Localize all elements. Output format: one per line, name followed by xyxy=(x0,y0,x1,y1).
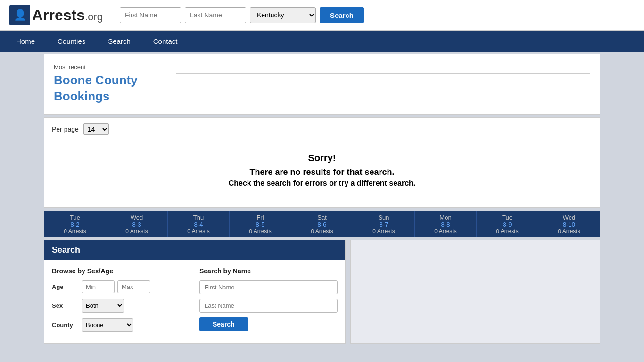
county-row: County Boone xyxy=(52,318,190,332)
browse-title: Browse by Sex/Age xyxy=(52,267,190,275)
browse-col: Browse by Sex/Age Age Sex Both xyxy=(52,267,190,336)
date-link[interactable]: 8-4 xyxy=(170,221,227,228)
age-label: Age xyxy=(52,283,78,290)
right-panel xyxy=(350,240,600,344)
date-day: Tue xyxy=(479,214,536,221)
date-cell: Tue 8-9 0 Arrests xyxy=(477,211,538,237)
header-search-button[interactable]: Search xyxy=(320,7,364,23)
main-content: Most recent Boone County Bookings Per pa… xyxy=(39,54,605,344)
age-min-input[interactable] xyxy=(82,280,115,293)
date-day: Tue xyxy=(46,214,104,221)
main-nav: Home Counties Search Contact xyxy=(0,31,644,52)
date-arrests: 0 Arrests xyxy=(479,228,536,235)
date-day: Fri xyxy=(231,214,289,221)
search-panel-header: Search xyxy=(44,240,345,260)
county-label: County xyxy=(52,321,78,329)
date-arrests: 0 Arrests xyxy=(355,228,413,235)
logo-icon: 👤 xyxy=(9,5,30,25)
date-arrests: 0 Arrests xyxy=(46,228,104,235)
date-cell: Mon 8-8 0 Arrests xyxy=(415,211,477,237)
date-cell: Sat 8-6 0 Arrests xyxy=(291,211,353,237)
nav-home[interactable]: Home xyxy=(5,31,46,52)
date-link[interactable]: 8-3 xyxy=(108,221,165,228)
date-cell: Fri 8-5 0 Arrests xyxy=(230,211,291,237)
date-link[interactable]: 8-6 xyxy=(293,221,351,228)
search-submit-button[interactable]: Search xyxy=(199,317,248,331)
header-firstname-input[interactable] xyxy=(120,7,181,23)
most-recent-label: Most recent xyxy=(54,64,167,71)
nav-counties[interactable]: Counties xyxy=(46,31,97,52)
date-day: Sat xyxy=(293,214,351,221)
site-header: 👤 Arrests.org KentuckyAlabamaAlaskaArizo… xyxy=(0,0,644,31)
header-search-form: KentuckyAlabamaAlaskaArizonaArkansasCali… xyxy=(120,7,364,23)
date-cell: Thu 8-4 0 Arrests xyxy=(168,211,230,237)
date-link[interactable]: 8-2 xyxy=(46,221,104,228)
date-cell: Sun 8-7 0 Arrests xyxy=(353,211,415,237)
age-row: Age xyxy=(52,280,190,293)
logo-text: Arrests.org xyxy=(32,7,103,24)
date-link[interactable]: 8-9 xyxy=(479,221,536,228)
date-arrests: 0 Arrests xyxy=(108,228,165,235)
date-cell: Wed 8-10 0 Arrests xyxy=(538,211,600,237)
search-by-name-title: Search by Name xyxy=(199,267,338,275)
date-link[interactable]: 8-10 xyxy=(540,221,598,228)
date-bar: Tue 8-2 0 Arrests Wed 8-3 0 Arrests Thu … xyxy=(44,211,600,237)
per-page-label: Per page xyxy=(52,125,79,133)
bottom-section: Search Browse by Sex/Age Age Sex xyxy=(44,240,600,344)
date-day: Wed xyxy=(540,214,598,221)
date-day: Thu xyxy=(170,214,227,221)
date-link[interactable]: 8-5 xyxy=(231,221,289,228)
age-max-input[interactable] xyxy=(117,280,150,293)
county-select[interactable]: Boone xyxy=(82,318,133,332)
sex-row: Sex Both Male Female xyxy=(52,299,190,313)
date-cell: Tue 8-2 0 Arrests xyxy=(44,211,106,237)
date-day: Wed xyxy=(108,214,165,221)
search-panel-body: Browse by Sex/Age Age Sex Both xyxy=(44,260,345,343)
search-panel: Search Browse by Sex/Age Age Sex xyxy=(44,240,346,344)
search-firstname-input[interactable] xyxy=(199,280,338,294)
date-cell: Wed 8-3 0 Arrests xyxy=(106,211,168,237)
results-area: Per page 7142550100 Sorry! There are no … xyxy=(44,117,600,208)
header-state-select[interactable]: KentuckyAlabamaAlaskaArizonaArkansasCali… xyxy=(250,7,316,23)
per-page-select[interactable]: 7142550100 xyxy=(83,123,109,135)
date-link[interactable]: 8-8 xyxy=(417,221,474,228)
content-area: Most recent Boone County Bookings xyxy=(44,54,600,115)
nav-contact[interactable]: Contact xyxy=(142,31,189,52)
sex-select[interactable]: Both Male Female xyxy=(82,299,124,313)
date-arrests: 0 Arrests xyxy=(293,228,351,235)
date-arrests: 0 Arrests xyxy=(170,228,227,235)
sex-label: Sex xyxy=(52,302,78,309)
page-title: Boone County Bookings xyxy=(54,73,167,105)
date-arrests: 0 Arrests xyxy=(231,228,289,235)
header-lastname-input[interactable] xyxy=(185,7,246,23)
date-link[interactable]: 8-7 xyxy=(355,221,413,228)
date-arrests: 0 Arrests xyxy=(417,228,474,235)
logo-link[interactable]: 👤 Arrests.org xyxy=(9,5,103,25)
date-arrests: 0 Arrests xyxy=(540,228,598,235)
date-day: Mon xyxy=(417,214,474,221)
date-day: Sun xyxy=(355,214,413,221)
search-lastname-input[interactable] xyxy=(199,299,338,313)
nav-search[interactable]: Search xyxy=(97,31,142,52)
name-col: Search by Name Search xyxy=(199,267,338,336)
no-results-message: Sorry! There are no results for that sea… xyxy=(52,139,592,202)
